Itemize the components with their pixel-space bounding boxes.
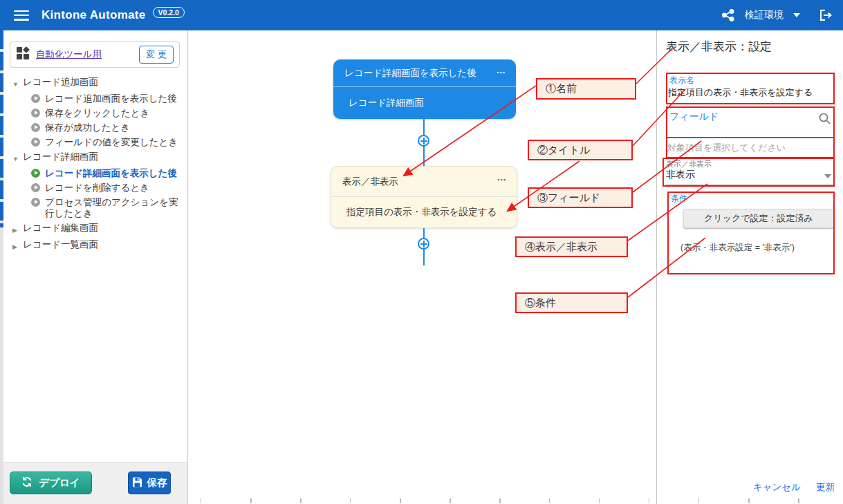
add-step-icon[interactable] — [418, 238, 429, 250]
floppy-icon — [132, 477, 142, 489]
play-icon — [31, 183, 40, 192]
tree-group-record-add[interactable]: ▼レコード追加画面 — [3, 75, 187, 91]
play-icon — [31, 138, 40, 147]
trigger-node[interactable]: レコード詳細画面を表示した後 … レコード詳細画面 — [333, 59, 516, 119]
canvas-ruler-ticks — [151, 498, 843, 503]
hamburger-icon[interactable] — [14, 10, 29, 21]
visibility-underline — [666, 185, 835, 185]
visibility-label: 表示／非表示 — [666, 159, 712, 169]
play-icon — [31, 123, 40, 132]
play-icon-active — [31, 169, 40, 178]
expand-arrow-icon: ▼ — [12, 77, 23, 90]
action-node-title: 表示／非表示 — [342, 176, 398, 188]
app-header: Kintone Automate V0.2.0 検証環境 — [0, 0, 843, 30]
tree-event-selected[interactable]: レコード詳細画面を表示した後 — [3, 166, 187, 180]
action-node[interactable]: 表示／非表示 … 指定項目の表示・非表示を設定する — [331, 166, 517, 228]
field-placeholder[interactable]: 対象項目を選択してください — [667, 142, 786, 154]
tree-group-record-list[interactable]: ▶レコード一覧画面 — [3, 237, 187, 254]
tree-event[interactable]: プロセス管理のアクションを実行したとき — [3, 195, 187, 221]
display-name-value[interactable]: 指定項目の表示・非表示を設定する — [668, 86, 813, 99]
tree-group-record-edit[interactable]: ▶レコード編集画面 — [3, 221, 187, 237]
share-icon[interactable] — [721, 8, 735, 22]
tree-event[interactable]: レコードを削除するとき — [3, 180, 187, 195]
save-button[interactable]: 保存 — [128, 472, 171, 494]
condition-summary: (表示・非表示設定 = '非表示') — [680, 242, 795, 254]
action-node-subtitle: 指定項目の表示・非表示を設定する — [331, 197, 517, 227]
node-menu-icon[interactable]: … — [497, 65, 507, 75]
sync-icon — [21, 476, 33, 489]
settings-panel: 表示／非表示：設定 表示名 指定項目の表示・非表示を設定する フィールド 対象項… — [658, 30, 843, 504]
field-input-underline — [666, 137, 835, 138]
collapse-arrow-icon: ▶ — [12, 223, 23, 236]
chevron-down-icon[interactable] — [793, 13, 800, 17]
play-icon — [31, 198, 40, 207]
add-step-icon[interactable] — [418, 135, 429, 147]
condition-set-button[interactable]: クリックで設定：設定済み — [683, 209, 834, 228]
panel-title: 表示／非表示：設定 — [666, 39, 772, 55]
annotation-field: ③フィールド — [528, 187, 633, 208]
annotation-name: ①名前 — [536, 78, 636, 100]
annotation-condition: ⑤条件 — [515, 292, 628, 313]
version-badge: V0.2.0 — [153, 7, 185, 18]
play-icon — [31, 94, 40, 103]
condition-label: 条件 — [671, 193, 687, 205]
highlight-rect-condition — [667, 192, 835, 274]
tree-event[interactable]: 保存が成功したとき — [3, 120, 187, 135]
logout-icon[interactable] — [818, 8, 833, 22]
environment-selector[interactable]: 検証環境 — [745, 9, 784, 21]
annotation-visibility: ④表示／非表示 — [515, 236, 628, 257]
sidebar-footer: デプロイ 保存 — [3, 462, 187, 504]
node-menu-icon[interactable]: … — [497, 172, 508, 183]
field-label: フィールド — [669, 111, 719, 123]
trigger-node-title: レコード詳細画面を表示した後 — [344, 67, 476, 80]
cancel-link[interactable]: キャンセル — [753, 481, 801, 494]
flow-canvas: レコード詳細画面を表示した後 … レコード詳細画面 表示／非表示 … 指定項目の… — [188, 30, 657, 504]
event-tree: ▼レコード追加画面 レコード追加画面を表示した後 保存をクリックしたとき 保存が… — [3, 75, 187, 254]
trigger-node-subtitle: レコード詳細画面 — [333, 87, 516, 118]
sidebar: 自動化ツール用 変 更 ▼レコード追加画面 レコード追加画面を表示した後 保存を… — [3, 30, 188, 504]
tree-event[interactable]: レコード追加画面を表示した後 — [3, 91, 187, 106]
deploy-button[interactable]: デプロイ — [10, 472, 92, 494]
collapse-arrow-icon: ▶ — [12, 239, 23, 252]
update-link[interactable]: 更新 — [816, 481, 835, 494]
display-name-label: 表示名 — [669, 75, 694, 86]
change-app-button[interactable]: 変 更 — [139, 46, 174, 64]
kintone-automate-window: Kintone Automate V0.2.0 検証環境 自動化ツール用 変 更… — [0, 0, 843, 504]
app-title: Kintone Automate — [41, 8, 146, 22]
tree-event[interactable]: フィールドの値を変更したとき — [3, 135, 187, 149]
app-tiles-icon — [16, 46, 30, 64]
app-selector-box: 自動化ツール用 変 更 — [10, 41, 180, 68]
expand-arrow-icon: ▼ — [12, 151, 23, 165]
play-icon — [31, 109, 40, 118]
tree-event[interactable]: 保存をクリックしたとき — [3, 106, 187, 120]
chevron-down-icon[interactable] — [824, 174, 831, 178]
annotation-title: ②タイトル — [528, 140, 633, 160]
search-icon[interactable] — [818, 112, 831, 128]
tree-group-record-detail[interactable]: ▼レコード詳細画面 — [3, 149, 187, 166]
visibility-select[interactable]: 非表示 — [666, 169, 695, 181]
app-name-link[interactable]: 自動化ツール用 — [36, 48, 139, 61]
